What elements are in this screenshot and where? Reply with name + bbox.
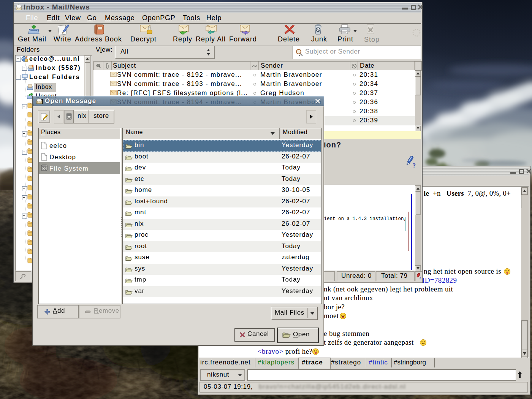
svg-text:?: ? xyxy=(413,162,416,168)
